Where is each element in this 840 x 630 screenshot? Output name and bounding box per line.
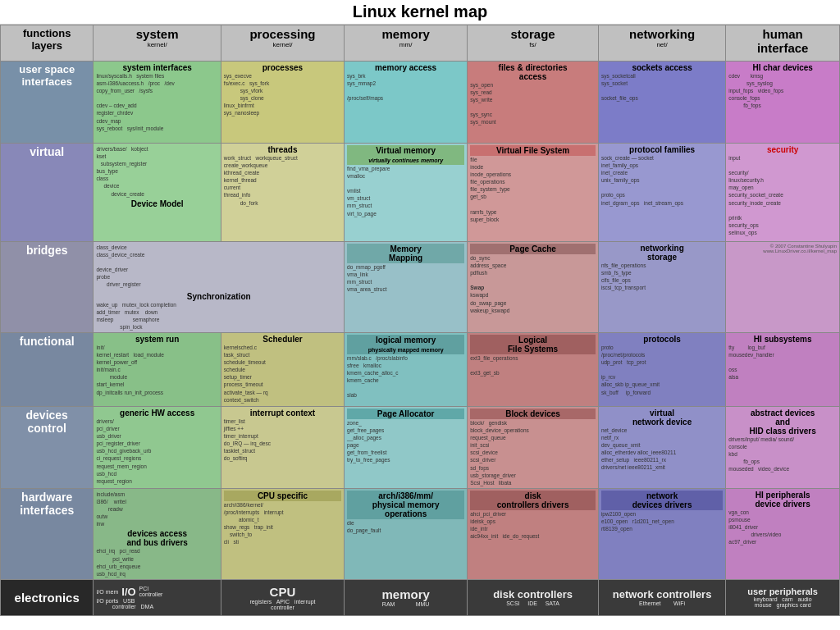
- col-header-memory: memory mm/: [345, 25, 468, 62]
- cell-hw-hi: HI peripheralsdevice drivers vga_con psm…: [726, 488, 840, 579]
- cell-hw-networking: networkdevices drivers ipw2100_open e100…: [598, 488, 725, 579]
- cell-user-memory: memory access sys_brk sys_mmap2 /proc/se…: [345, 62, 468, 144]
- cell-bridges-system-proc: class_device class_device_create device_…: [94, 242, 345, 333]
- row-label-user-space: user spaceinterfaces: [1, 62, 94, 144]
- cell-user-storage: files & directoriesaccess sys_open sys_r…: [468, 62, 599, 144]
- elec-network: network controllers Ethernet WiFi: [598, 579, 725, 615]
- main-title: Linux kernel map: [0, 0, 840, 25]
- cell-virtual-storage: Virtual File System file inode inode_ope…: [468, 144, 599, 242]
- cell-bridges-storage: Page Cache do_sync address_space pdflush…: [468, 242, 599, 333]
- cell-dev-hi: abstract devicesandHID class drivers dri…: [726, 406, 840, 488]
- elec-cpu: CPU registers APIC interruptcontroller: [221, 579, 344, 615]
- cell-func-networking: protocols proto /proc/net/protocols udp_…: [598, 332, 725, 406]
- cell-func-processing: Scheduler kernelsched.c task_struct sche…: [221, 332, 344, 406]
- kernel-map-table: functionslayers system kernel/ processin…: [0, 25, 840, 616]
- cell-user-system: system interfaces linux/syscalls.h syste…: [94, 62, 221, 144]
- cell-bridges-memory: MemoryMapping do_mmap_pgoff vma_link mm_…: [345, 242, 468, 333]
- cell-dev-storage: Block devices block/ gendisk block_devic…: [468, 406, 599, 488]
- col-header-processing: processing kernel/: [221, 25, 344, 62]
- electronics-label: electronics: [1, 579, 94, 615]
- col-header-storage: storage fs/: [468, 25, 599, 62]
- row-label-bridges: bridges: [1, 242, 94, 333]
- cell-user-networking: sockets access sys_socketcall sys_socket…: [598, 62, 725, 144]
- cell-hw-system: include/asm i386/ writel readw outw inw …: [94, 488, 221, 579]
- cell-dev-memory: Page Allocator zone_ get_free_pages __al…: [345, 406, 468, 488]
- elec-memory: memory RAM MMU: [345, 579, 468, 615]
- cell-hw-memory: arch/i386/mm/physical memoryoperations d…: [345, 488, 468, 579]
- elec-peripherals: user peripherals keyboard cam audiomouse…: [726, 579, 840, 615]
- cell-virtual-memory: Virtual memoryvirtually continues memory…: [345, 144, 468, 242]
- elec-disk: disk controllers SCSI IDE SATA: [468, 579, 599, 615]
- row-label-virtual: virtual: [1, 144, 94, 242]
- cell-hw-storage: diskcontrollers drivers ahci_pci_driver …: [468, 488, 599, 579]
- cell-func-memory: logical memoryphysically mapped memory m…: [345, 332, 468, 406]
- row-label-hardware: hardwareinterfaces: [1, 488, 94, 579]
- cell-virtual-networking: protocol families sock_create — socket i…: [598, 144, 725, 242]
- cell-bridges-hi: © 2007 Constantine Shulyupinwww.LinuxDri…: [726, 242, 840, 333]
- cell-virtual-hi: security input security/ linux/security.…: [726, 144, 840, 242]
- col-header-system: system kernel/: [94, 25, 221, 62]
- cell-dev-processing: interrupt context timer_list jiffies ++ …: [221, 406, 344, 488]
- elec-io: I/O mem I/O PCIcontroller I/O ports USB …: [94, 579, 221, 615]
- row-label-devices: devicescontrol: [1, 406, 94, 488]
- cell-hw-processing: CPU specific arch/i386/kernel/ /proc/int…: [221, 488, 344, 579]
- cell-virtual-processing: threads work_struct workqueue_struct cre…: [221, 144, 344, 242]
- linux-kernel-map: Linux kernel map functionslayers system …: [0, 0, 840, 630]
- row-label-functional: functional: [1, 332, 94, 406]
- col-header-networking: networking net/: [598, 25, 725, 62]
- cell-user-hi: HI char devices cdev kmsg sys_syslog inp…: [726, 62, 840, 144]
- cell-virtual-system: drivers/base/ kobject kset subsystem_reg…: [94, 144, 221, 242]
- col-header-functions: functionslayers: [1, 25, 94, 62]
- cell-dev-networking: virtualnetwork device net_device netif_r…: [598, 406, 725, 488]
- col-header-hi: human interface: [726, 25, 840, 62]
- cell-func-hi: HI subsystems tty log_buf mousedev_handl…: [726, 332, 840, 406]
- cell-func-storage: LogicalFile Systems ext3_file_operations…: [468, 332, 599, 406]
- cell-user-processing: processes sys_execve fs/exec.c sys_fork …: [221, 62, 344, 144]
- cell-func-system: system run init/ kernel_restart load_mod…: [94, 332, 221, 406]
- cell-dev-system: generic HW access drivers/ pci_driver us…: [94, 406, 221, 488]
- cell-bridges-networking: networkingstorage nfs_file_operations sm…: [598, 242, 725, 333]
